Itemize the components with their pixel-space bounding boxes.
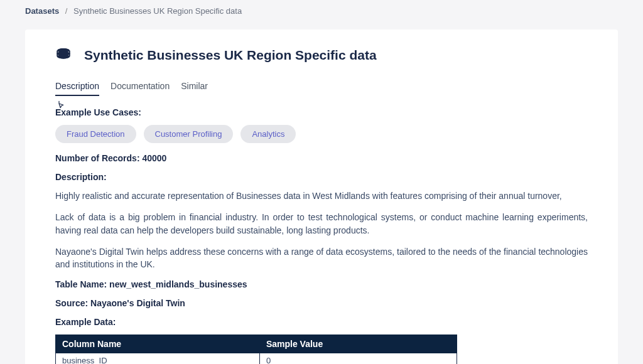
use-cases-label: Example Use Cases: — [55, 107, 588, 117]
tag-analytics[interactable]: Analytics — [240, 125, 296, 143]
content: Example Use Cases: Fraud Detection Custo… — [25, 96, 618, 364]
svg-point-3 — [57, 55, 70, 59]
tabs: Description Documentation Similar — [25, 81, 618, 96]
table-name-key: Table Name: — [55, 279, 109, 289]
tab-similar[interactable]: Similar — [181, 81, 208, 96]
example-data-label: Example Data: — [55, 317, 588, 327]
cursor-pointer-icon — [55, 100, 67, 111]
breadcrumb: Datasets / Synthetic Businesses UK Regio… — [0, 0, 643, 22]
tab-documentation[interactable]: Documentation — [111, 81, 170, 96]
page-title: Synthetic Businesses UK Region Specific … — [84, 48, 377, 63]
table-row: business_ID 0 — [56, 353, 457, 364]
use-case-tags: Fraud Detection Customer Profiling Analy… — [55, 125, 588, 143]
td-val: 0 — [259, 353, 457, 364]
tag-customer-profiling[interactable]: Customer Profiling — [144, 125, 234, 143]
table-name-value: new_west_midlands_businesses — [109, 279, 247, 289]
description-label: Description: — [55, 172, 588, 182]
breadcrumb-current: Synthetic Businesses UK Region Specific … — [73, 6, 242, 16]
th-sample-value: Sample Value — [259, 335, 457, 353]
td-col: business_ID — [56, 353, 260, 364]
title-row: Synthetic Businesses UK Region Specific … — [25, 47, 618, 63]
source-key: Source: — [55, 298, 90, 308]
description-p1: Highly realistic and accurate representa… — [55, 190, 588, 202]
database-icon — [55, 47, 72, 63]
example-table: Column Name Sample Value business_ID 0 — [55, 335, 457, 364]
description-p2: Lack of data is a big problem in financi… — [55, 211, 588, 237]
breadcrumb-root[interactable]: Datasets — [25, 6, 59, 16]
example-table-wrap: Column Name Sample Value business_ID 0 — [55, 335, 588, 364]
description-p3: Nayaone's Digital Twin helps address the… — [55, 245, 588, 271]
th-column-name: Column Name — [56, 335, 260, 353]
tag-fraud-detection[interactable]: Fraud Detection — [55, 125, 136, 143]
breadcrumb-separator: / — [65, 6, 68, 16]
records-count: Number of Records: 40000 — [55, 153, 588, 163]
records-value: 40000 — [142, 153, 166, 163]
records-key: Number of Records: — [55, 153, 142, 163]
main-card: Synthetic Businesses UK Region Specific … — [25, 29, 618, 364]
source-value: Nayaone's Digital Twin — [90, 298, 185, 308]
tab-description[interactable]: Description — [55, 81, 99, 96]
source: Source: Nayaone's Digital Twin — [55, 298, 588, 308]
table-name: Table Name: new_west_midlands_businesses — [55, 279, 588, 289]
table-header-row: Column Name Sample Value — [56, 335, 457, 353]
